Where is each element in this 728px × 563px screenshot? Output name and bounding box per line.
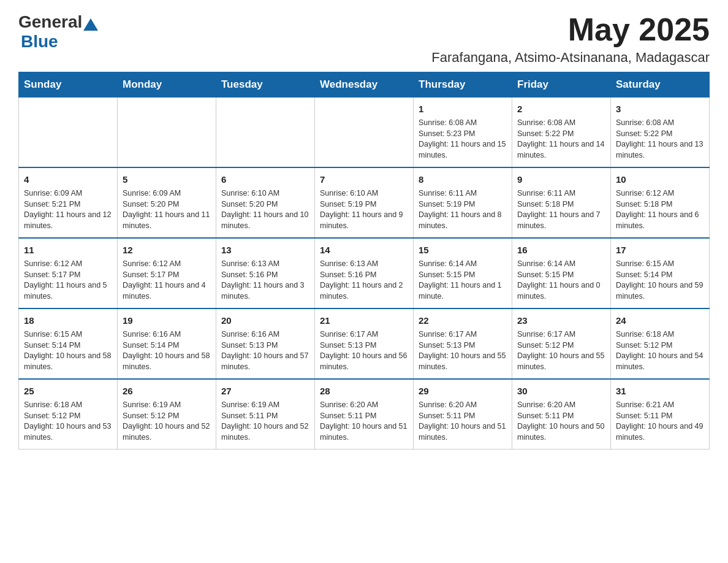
- day-number: 10: [616, 173, 704, 186]
- calendar-cell: 25Sunrise: 6:18 AMSunset: 5:12 PMDayligh…: [19, 379, 118, 450]
- day-info: Sunrise: 6:13 AMSunset: 5:16 PMDaylight:…: [320, 259, 408, 302]
- day-info: Sunrise: 6:17 AMSunset: 5:12 PMDaylight:…: [517, 329, 605, 372]
- day-number: 28: [320, 385, 408, 397]
- day-number: 4: [24, 173, 112, 186]
- day-info: Sunrise: 6:08 AMSunset: 5:22 PMDaylight:…: [616, 118, 704, 161]
- day-number: 8: [419, 173, 507, 186]
- calendar-cell: 11Sunrise: 6:12 AMSunset: 5:17 PMDayligh…: [19, 238, 118, 308]
- calendar-cell: 13Sunrise: 6:13 AMSunset: 5:16 PMDayligh…: [216, 238, 315, 308]
- calendar-cell: 29Sunrise: 6:20 AMSunset: 5:11 PMDayligh…: [414, 379, 512, 450]
- calendar-cell: 20Sunrise: 6:16 AMSunset: 5:13 PMDayligh…: [216, 308, 315, 379]
- day-number: 11: [24, 243, 112, 256]
- calendar-cell: 6Sunrise: 6:10 AMSunset: 5:20 PMDaylight…: [216, 167, 315, 238]
- calendar-cell: 1Sunrise: 6:08 AMSunset: 5:23 PMDaylight…: [414, 98, 512, 168]
- day-number: 31: [616, 385, 704, 397]
- week-row-4: 18Sunrise: 6:15 AMSunset: 5:14 PMDayligh…: [19, 308, 710, 379]
- day-number: 13: [221, 243, 309, 256]
- day-number: 20: [221, 314, 309, 327]
- day-number: 21: [320, 314, 408, 327]
- day-info: Sunrise: 6:21 AMSunset: 5:11 PMDaylight:…: [616, 400, 704, 443]
- calendar-cell: 21Sunrise: 6:17 AMSunset: 5:13 PMDayligh…: [315, 308, 414, 379]
- day-info: Sunrise: 6:20 AMSunset: 5:11 PMDaylight:…: [517, 400, 605, 443]
- day-number: 24: [616, 314, 704, 327]
- day-number: 22: [419, 314, 507, 327]
- calendar-cell: 18Sunrise: 6:15 AMSunset: 5:14 PMDayligh…: [19, 308, 118, 379]
- weekday-header-sunday: Sunday: [19, 72, 118, 98]
- day-info: Sunrise: 6:09 AMSunset: 5:20 PMDaylight:…: [123, 188, 211, 231]
- calendar-cell: 3Sunrise: 6:08 AMSunset: 5:22 PMDaylight…: [611, 98, 710, 168]
- calendar-cell: 16Sunrise: 6:14 AMSunset: 5:15 PMDayligh…: [512, 238, 611, 308]
- calendar-cell: [216, 98, 315, 168]
- logo-blue-text: Blue: [21, 32, 58, 52]
- calendar-table: SundayMondayTuesdayWednesdayThursdayFrid…: [18, 72, 710, 450]
- calendar-cell: 12Sunrise: 6:12 AMSunset: 5:17 PMDayligh…: [118, 238, 216, 308]
- day-number: 15: [419, 243, 507, 256]
- day-number: 2: [517, 102, 605, 115]
- title-area: May 2025 Farafangana, Atsimo-Atsinanana,…: [431, 12, 710, 66]
- weekday-header-wednesday: Wednesday: [315, 72, 414, 98]
- day-info: Sunrise: 6:17 AMSunset: 5:13 PMDaylight:…: [320, 329, 408, 372]
- logo-flag-icon: [83, 18, 98, 31]
- day-number: 3: [616, 102, 704, 115]
- weekday-header-saturday: Saturday: [611, 72, 710, 98]
- month-year-title: May 2025: [431, 12, 710, 47]
- day-info: Sunrise: 6:12 AMSunset: 5:18 PMDaylight:…: [616, 188, 704, 231]
- calendar-cell: 9Sunrise: 6:11 AMSunset: 5:18 PMDaylight…: [512, 167, 611, 238]
- day-number: 14: [320, 243, 408, 256]
- calendar-cell: 5Sunrise: 6:09 AMSunset: 5:20 PMDaylight…: [118, 167, 216, 238]
- day-number: 25: [24, 385, 112, 397]
- calendar-cell: 10Sunrise: 6:12 AMSunset: 5:18 PMDayligh…: [611, 167, 710, 238]
- day-info: Sunrise: 6:10 AMSunset: 5:20 PMDaylight:…: [221, 188, 309, 231]
- day-info: Sunrise: 6:11 AMSunset: 5:19 PMDaylight:…: [419, 188, 507, 231]
- calendar-cell: 17Sunrise: 6:15 AMSunset: 5:14 PMDayligh…: [611, 238, 710, 308]
- day-number: 5: [123, 173, 211, 186]
- calendar-cell: 23Sunrise: 6:17 AMSunset: 5:12 PMDayligh…: [512, 308, 611, 379]
- weekday-header-row: SundayMondayTuesdayWednesdayThursdayFrid…: [19, 72, 710, 98]
- calendar-cell: 15Sunrise: 6:14 AMSunset: 5:15 PMDayligh…: [414, 238, 512, 308]
- day-info: Sunrise: 6:16 AMSunset: 5:13 PMDaylight:…: [221, 329, 309, 372]
- calendar-cell: [315, 98, 414, 168]
- calendar-cell: 8Sunrise: 6:11 AMSunset: 5:19 PMDaylight…: [414, 167, 512, 238]
- week-row-1: 1Sunrise: 6:08 AMSunset: 5:23 PMDaylight…: [19, 98, 710, 168]
- day-number: 6: [221, 173, 309, 186]
- day-info: Sunrise: 6:11 AMSunset: 5:18 PMDaylight:…: [517, 188, 605, 231]
- calendar-cell: 26Sunrise: 6:19 AMSunset: 5:12 PMDayligh…: [118, 379, 216, 450]
- weekday-header-thursday: Thursday: [414, 72, 512, 98]
- calendar-cell: 2Sunrise: 6:08 AMSunset: 5:22 PMDaylight…: [512, 98, 611, 168]
- day-number: 19: [123, 314, 211, 327]
- day-info: Sunrise: 6:14 AMSunset: 5:15 PMDaylight:…: [517, 259, 605, 302]
- day-number: 7: [320, 173, 408, 186]
- day-info: Sunrise: 6:18 AMSunset: 5:12 PMDaylight:…: [616, 329, 704, 372]
- day-info: Sunrise: 6:15 AMSunset: 5:14 PMDaylight:…: [24, 329, 112, 372]
- week-row-3: 11Sunrise: 6:12 AMSunset: 5:17 PMDayligh…: [19, 238, 710, 308]
- header: General Blue May 2025 Farafangana, Atsim…: [18, 12, 710, 66]
- day-info: Sunrise: 6:15 AMSunset: 5:14 PMDaylight:…: [616, 259, 704, 302]
- calendar-cell: 19Sunrise: 6:16 AMSunset: 5:14 PMDayligh…: [118, 308, 216, 379]
- calendar-cell: 14Sunrise: 6:13 AMSunset: 5:16 PMDayligh…: [315, 238, 414, 308]
- calendar-cell: 27Sunrise: 6:19 AMSunset: 5:11 PMDayligh…: [216, 379, 315, 450]
- day-info: Sunrise: 6:19 AMSunset: 5:12 PMDaylight:…: [123, 400, 211, 443]
- day-info: Sunrise: 6:20 AMSunset: 5:11 PMDaylight:…: [320, 400, 408, 443]
- day-info: Sunrise: 6:12 AMSunset: 5:17 PMDaylight:…: [24, 259, 112, 302]
- day-info: Sunrise: 6:13 AMSunset: 5:16 PMDaylight:…: [221, 259, 309, 302]
- day-info: Sunrise: 6:16 AMSunset: 5:14 PMDaylight:…: [123, 329, 211, 372]
- day-info: Sunrise: 6:17 AMSunset: 5:13 PMDaylight:…: [419, 329, 507, 372]
- calendar-cell: 30Sunrise: 6:20 AMSunset: 5:11 PMDayligh…: [512, 379, 611, 450]
- weekday-header-friday: Friday: [512, 72, 611, 98]
- weekday-header-monday: Monday: [118, 72, 216, 98]
- day-info: Sunrise: 6:08 AMSunset: 5:23 PMDaylight:…: [419, 118, 507, 161]
- calendar-cell: 7Sunrise: 6:10 AMSunset: 5:19 PMDaylight…: [315, 167, 414, 238]
- calendar-cell: 4Sunrise: 6:09 AMSunset: 5:21 PMDaylight…: [19, 167, 118, 238]
- day-number: 29: [419, 385, 507, 397]
- location-subtitle: Farafangana, Atsimo-Atsinanana, Madagasc…: [431, 50, 710, 66]
- calendar-cell: 28Sunrise: 6:20 AMSunset: 5:11 PMDayligh…: [315, 379, 414, 450]
- calendar-cell: 22Sunrise: 6:17 AMSunset: 5:13 PMDayligh…: [414, 308, 512, 379]
- day-info: Sunrise: 6:12 AMSunset: 5:17 PMDaylight:…: [123, 259, 211, 302]
- day-number: 17: [616, 243, 704, 256]
- day-info: Sunrise: 6:20 AMSunset: 5:11 PMDaylight:…: [419, 400, 507, 443]
- calendar-cell: 24Sunrise: 6:18 AMSunset: 5:12 PMDayligh…: [611, 308, 710, 379]
- day-info: Sunrise: 6:14 AMSunset: 5:15 PMDaylight:…: [419, 259, 507, 302]
- day-info: Sunrise: 6:19 AMSunset: 5:11 PMDaylight:…: [221, 400, 309, 443]
- logo-general-text: General: [18, 12, 82, 32]
- day-info: Sunrise: 6:18 AMSunset: 5:12 PMDaylight:…: [24, 400, 112, 443]
